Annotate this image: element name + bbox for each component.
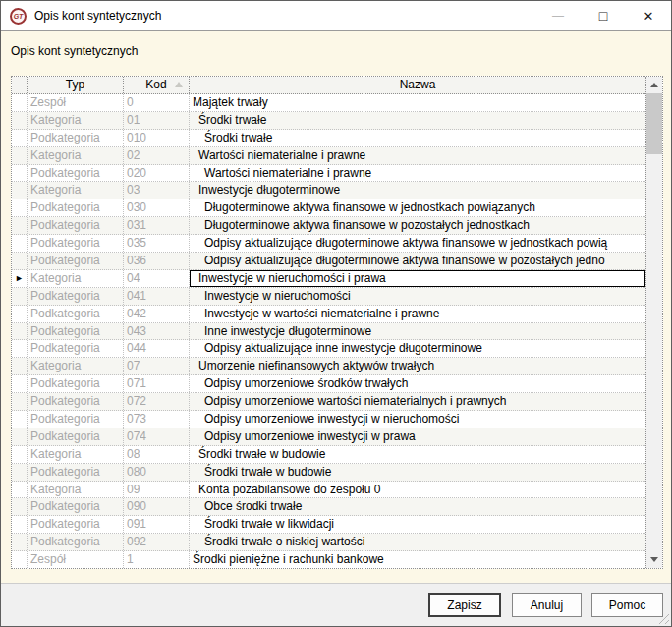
table-row[interactable]: Podkategoria 091 Środki trwałe w likwida… <box>12 516 645 534</box>
table-row[interactable]: Podkategoria 074 Odpisy umorzeniowe inwe… <box>12 428 645 446</box>
row-nazwa-cell[interactable]: Inwestycje w nieruchomości <box>190 288 645 305</box>
row-nazwa-cell[interactable]: Odpisy umorzeniowe inwestycji w nierucho… <box>190 411 645 428</box>
table-row[interactable]: Podkategoria 080 Środki trwałe w budowie <box>12 464 645 482</box>
row-kod-cell[interactable]: 044 <box>124 340 190 357</box>
table-row[interactable]: Podkategoria 041 Inwestycje w nieruchomo… <box>12 288 645 306</box>
row-nazwa-cell[interactable]: Konta pozabilansowe do zespołu 0 <box>190 482 645 498</box>
row-nazwa-cell[interactable]: Odpisy umorzeniowe środków trwałych <box>190 375 645 392</box>
row-nazwa-cell[interactable]: Inwestycje w wartości niematerialne i pr… <box>190 306 645 322</box>
row-nazwa-cell[interactable]: Środki trwałe o niskiej wartości <box>190 534 645 550</box>
row-typ-cell[interactable]: Podkategoria <box>28 498 124 515</box>
table-row[interactable]: Podkategoria 044 Odpisy aktualizujące in… <box>12 340 645 358</box>
row-typ-cell[interactable]: Podkategoria <box>28 534 124 550</box>
row-typ-cell[interactable]: Kategoria <box>28 358 124 374</box>
row-kod-cell[interactable]: 091 <box>124 516 190 533</box>
maximize-button[interactable]: □ <box>581 1 626 30</box>
row-kod-cell[interactable]: 1 <box>124 551 190 568</box>
row-nazwa-cell[interactable]: Wartości niematerialne i prawne <box>190 147 645 164</box>
row-nazwa-cell[interactable]: Inwestycje w nieruchomości i prawa <box>190 270 645 287</box>
row-nazwa-cell[interactable]: Odpisy umorzeniowe wartości niematerialn… <box>190 393 645 410</box>
table-row[interactable]: Podkategoria 072 Odpisy umorzeniowe wart… <box>12 393 645 411</box>
table-row[interactable]: Kategoria 03 Inwestycje długoterminowe <box>12 182 645 200</box>
row-typ-cell[interactable]: Podkategoria <box>28 428 124 445</box>
row-kod-cell[interactable]: 073 <box>124 411 190 428</box>
table-row[interactable]: Zespół 0 Majątek trwały <box>12 94 645 112</box>
row-nazwa-cell[interactable]: Środki trwałe <box>190 130 645 146</box>
row-kod-cell[interactable]: 090 <box>124 498 190 515</box>
save-button[interactable]: Zapisz <box>428 593 501 617</box>
row-kod-cell[interactable]: 072 <box>124 393 190 410</box>
row-kod-cell[interactable]: 043 <box>124 323 190 340</box>
table-row[interactable]: Podkategoria 042 Inwestycje w wartości n… <box>12 306 645 323</box>
row-kod-cell[interactable]: 030 <box>124 200 190 216</box>
row-kod-cell[interactable]: 07 <box>124 358 190 374</box>
table-row[interactable]: Kategoria 02 Wartości niematerialne i pr… <box>12 147 645 165</box>
vertical-scrollbar[interactable] <box>645 77 662 568</box>
table-row[interactable]: Podkategoria 031 Długoterminowe aktywa f… <box>12 217 645 235</box>
row-nazwa-cell[interactable]: Środki trwałe <box>190 112 645 129</box>
table-row[interactable]: Zespół 1 Środki pieniężne i rachunki ban… <box>12 551 645 568</box>
row-typ-cell[interactable]: Podkategoria <box>28 516 124 533</box>
row-typ-cell[interactable]: Kategoria <box>28 147 124 164</box>
table-row[interactable]: Podkategoria 030 Długoterminowe aktywa f… <box>12 200 645 217</box>
row-kod-cell[interactable]: 031 <box>124 217 190 234</box>
row-nazwa-cell[interactable]: Długoterminowe aktywa finansowe w jednos… <box>190 200 645 216</box>
row-nazwa-cell[interactable]: Odpisy aktualizujące długoterminowe akty… <box>190 235 645 252</box>
row-nazwa-cell[interactable]: Majątek trwały <box>190 94 645 111</box>
row-nazwa-cell[interactable]: Długoterminowe aktywa finansowe w pozost… <box>190 217 645 234</box>
row-typ-cell[interactable]: Podkategoria <box>28 165 124 182</box>
row-nazwa-cell[interactable]: Środki trwałe w budowie <box>190 464 645 481</box>
table-row[interactable]: Kategoria 08 Środki trwałe w budowie <box>12 446 645 464</box>
row-kod-cell[interactable]: 03 <box>124 182 190 199</box>
row-kod-cell[interactable]: 0 <box>124 94 190 111</box>
row-kod-cell[interactable]: 080 <box>124 464 190 481</box>
scrollbar-track[interactable] <box>646 154 662 551</box>
scroll-down-button[interactable] <box>646 551 662 568</box>
row-nazwa-cell[interactable]: Inne inwestycje długoterminowe <box>190 323 645 340</box>
row-typ-cell[interactable]: Kategoria <box>28 182 124 199</box>
row-kod-cell[interactable]: 01 <box>124 112 190 129</box>
row-kod-cell[interactable]: 035 <box>124 235 190 252</box>
table-row[interactable]: Podkategoria 073 Odpisy umorzeniowe inwe… <box>12 411 645 428</box>
row-typ-cell[interactable]: Podkategoria <box>28 217 124 234</box>
row-kod-cell[interactable]: 092 <box>124 534 190 550</box>
scrollbar-thumb[interactable] <box>646 93 662 154</box>
table-row[interactable]: Podkategoria 043 Inne inwestycje długote… <box>12 323 645 341</box>
row-typ-cell[interactable]: Podkategoria <box>28 253 124 269</box>
help-button[interactable]: Pomoc <box>591 593 663 617</box>
scroll-up-button[interactable] <box>646 77 662 93</box>
row-typ-cell[interactable]: Podkategoria <box>28 235 124 252</box>
cancel-button[interactable]: Anuluj <box>512 593 582 617</box>
row-nazwa-cell[interactable]: Odpisy umorzeniowe inwestycji w prawa <box>190 428 645 445</box>
row-kod-cell[interactable]: 02 <box>124 147 190 164</box>
row-nazwa-cell[interactable]: Inwestycje długoterminowe <box>190 182 645 199</box>
row-kod-cell[interactable]: 071 <box>124 375 190 392</box>
row-typ-cell[interactable]: Podkategoria <box>28 464 124 481</box>
table-row[interactable]: Podkategoria 035 Odpisy aktualizujące dł… <box>12 235 645 253</box>
row-typ-cell[interactable]: Podkategoria <box>28 411 124 428</box>
minimize-button[interactable]: — <box>535 1 581 30</box>
row-typ-cell[interactable]: Podkategoria <box>28 323 124 340</box>
row-kod-cell[interactable]: 042 <box>124 306 190 322</box>
row-kod-cell[interactable]: 036 <box>124 253 190 269</box>
close-button[interactable]: ✕ <box>626 1 671 30</box>
table-row[interactable]: Podkategoria 036 Odpisy aktualizujące dł… <box>12 253 645 270</box>
table-row[interactable]: Podkategoria 010 Środki trwałe <box>12 130 645 147</box>
table-row[interactable]: Podkategoria 090 Obce środki trwałe <box>12 498 645 516</box>
table-row[interactable]: Podkategoria 092 Środki trwałe o niskiej… <box>12 534 645 551</box>
header-typ[interactable]: Typ <box>28 77 124 93</box>
row-kod-cell[interactable]: 08 <box>124 446 190 463</box>
row-kod-cell[interactable]: 041 <box>124 288 190 305</box>
row-kod-cell[interactable]: 09 <box>124 482 190 498</box>
row-nazwa-cell[interactable]: Odpisy aktualizujące inne inwestycje dłu… <box>190 340 645 357</box>
row-typ-cell[interactable]: Podkategoria <box>28 375 124 392</box>
header-kod[interactable]: Kod <box>124 77 190 93</box>
row-typ-cell[interactable]: Zespół <box>28 551 124 568</box>
table-row[interactable]: Podkategoria 020 Wartości niematerialne … <box>12 165 645 183</box>
row-nazwa-cell[interactable]: Odpisy aktualizujące długoterminowe akty… <box>190 253 645 269</box>
row-kod-cell[interactable]: 074 <box>124 428 190 445</box>
table-row[interactable]: Podkategoria 071 Odpisy umorzeniowe środ… <box>12 375 645 393</box>
table-row[interactable]: Kategoria 09 Konta pozabilansowe do zesp… <box>12 482 645 499</box>
table-row[interactable]: Kategoria 01 Środki trwałe <box>12 112 645 130</box>
row-nazwa-cell[interactable]: Środki pieniężne i rachunki bankowe <box>190 551 645 568</box>
